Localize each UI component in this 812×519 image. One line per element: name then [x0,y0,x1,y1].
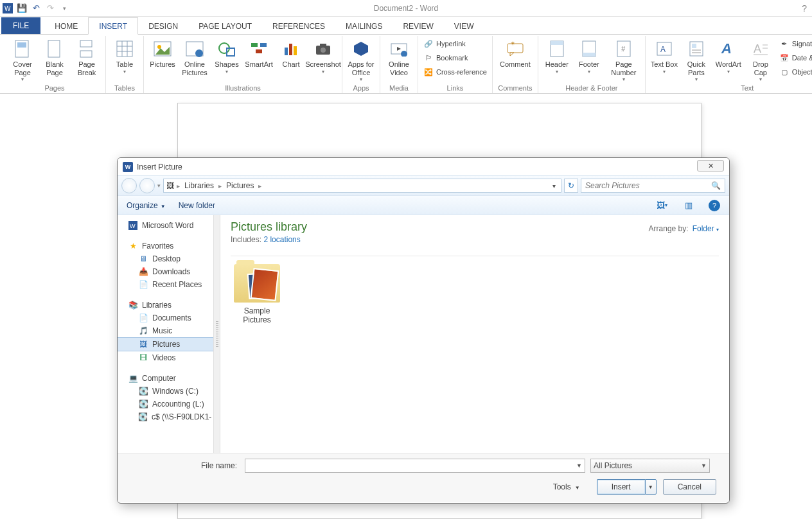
cover-page-button[interactable]: Cover Page▾ [8,37,37,84]
tree-computer[interactable]: 💻Computer [118,372,213,385]
tree-desktop[interactable]: 🖥Desktop [118,252,213,265]
music-icon: 🎵 [138,326,148,336]
smartart-button[interactable]: SmartArt [244,37,274,70]
tree-music[interactable]: 🎵Music [118,324,213,337]
save-icon[interactable]: 💾 [17,3,27,13]
table-button[interactable]: Table▾ [110,37,139,76]
apps-for-office-button[interactable]: Apps for Office▾ [346,37,376,84]
quick-parts-button[interactable]: Quick Parts▾ [682,37,711,84]
insert-dropdown[interactable]: ▼ [645,479,657,495]
tree-splitter[interactable] [214,215,220,453]
file-filter-combo[interactable]: All Pictures▼ [590,459,710,473]
refresh-button[interactable]: ↻ [564,179,578,193]
date-time-button[interactable]: 📅Date & Time [778,51,812,64]
text-box-button[interactable]: AText Box▾ [649,37,679,76]
tab-references[interactable]: REFERENCES [262,18,335,34]
tree-cshare[interactable]: 💽c$ (\\S-F90LDK1- [118,410,213,423]
svg-rect-26 [320,44,326,46]
shapes-button[interactable]: Shapes▾ [212,37,242,76]
insert-button[interactable]: Insert [597,479,645,495]
svg-text:✶: ✶ [510,41,515,47]
group-apps: Apps for Office▾ Apps [342,36,380,93]
breadcrumb-pictures[interactable]: Pictures [224,181,256,190]
undo-icon[interactable]: ↶ [31,3,41,13]
tree-accounting-l[interactable]: 💽Accounting (L:) [118,398,213,410]
svg-text:A: A [721,40,732,57]
folder-tree[interactable]: WMicrosoft Word ★Favorites 🖥Desktop 📥Dow… [118,215,214,453]
comment-button[interactable]: ✶Comment [497,37,534,70]
group-tables: Table▾ Tables [106,36,144,93]
tree-videos[interactable]: 🎞Videos [118,351,213,364]
view-options-button[interactable]: 🖼 ▾ [655,199,669,212]
insert-split-button[interactable]: Insert ▼ [597,479,657,495]
organize-button[interactable]: Organize▼ [127,201,166,210]
footer-button[interactable]: Footer▾ [574,37,604,76]
svg-text:W: W [130,223,136,229]
dialog-help-button[interactable]: ? [709,200,720,211]
bookmark-button[interactable]: 🏳Bookmark [422,51,488,64]
tab-file[interactable]: FILE [1,17,40,34]
nav-back-button[interactable] [121,178,137,193]
qat-customize-icon[interactable]: ▾ [59,3,69,13]
breadcrumb-libraries[interactable]: Libraries [182,181,216,190]
group-label-media: Media [389,84,409,93]
cancel-button[interactable]: Cancel [663,479,716,495]
tree-msword[interactable]: WMicrosoft Word [118,219,213,232]
breadcrumb-sep-icon[interactable]: ▸ [258,182,261,189]
arrange-by-dropdown[interactable]: Folder ▾ [693,224,719,233]
search-box[interactable]: 🔍 [581,179,725,193]
tree-libraries[interactable]: 📚Libraries [118,299,213,312]
redo-icon[interactable]: ↷ [45,3,55,13]
wordart-button[interactable]: AWordArt▾ [714,37,743,76]
pictures-button[interactable]: Pictures [148,37,177,70]
tab-view[interactable]: VIEW [444,18,484,34]
locations-link[interactable]: 2 locations [263,235,300,244]
hyperlink-button[interactable]: 🔗Hyperlink [422,37,488,50]
group-label-tables: Tables [114,84,135,93]
breadcrumb-dropdown-icon[interactable]: ▾ [552,182,556,189]
object-button[interactable]: ▢Object▾ [778,66,812,78]
search-icon[interactable]: 🔍 [711,181,721,190]
tree-recent[interactable]: 📄Recent Places [118,278,213,291]
dialog-titlebar[interactable]: W Insert Picture ✕ [118,158,729,175]
dialog-close-button[interactable]: ✕ [697,160,724,172]
cross-reference-button[interactable]: 🔀Cross-reference [422,66,488,78]
header-button[interactable]: Header▾ [542,37,572,76]
tab-insert[interactable]: INSERT [88,17,138,35]
insert-picture-dialog: W Insert Picture ✕ ▾ 🖼 ▸ Libraries ▸ Pic… [117,157,730,504]
tab-review[interactable]: REVIEW [393,18,443,34]
tree-windows-c[interactable]: 💽Windows (C:) [118,385,213,398]
new-folder-button[interactable]: New folder [179,201,215,210]
tab-page-layout[interactable]: PAGE LAYOUT [188,18,262,34]
page-number-button[interactable]: #Page Number▾ [606,37,641,84]
blank-page-button[interactable]: Blank Page [40,37,69,78]
breadcrumb-sep-icon[interactable]: ▸ [177,182,180,189]
drop-cap-button[interactable]: ADrop Cap▾ [746,37,775,84]
search-input[interactable] [585,181,711,190]
breadcrumb-sep-icon[interactable]: ▸ [218,182,222,189]
nav-forward-button[interactable] [139,178,155,193]
online-pictures-button[interactable]: Online Pictures [180,37,209,78]
tab-home[interactable]: HOME [44,18,88,34]
tab-mailings[interactable]: MAILINGS [335,18,393,34]
tree-pictures[interactable]: 🖼Pictures [118,337,213,351]
tree-favorites[interactable]: ★Favorites [118,240,213,252]
online-video-button[interactable]: Online Video [384,37,414,78]
preview-pane-button[interactable]: ▥ [682,199,696,212]
chart-button[interactable]: Chart [276,37,306,70]
signature-line-button[interactable]: ✒Signature Line▾ [778,37,812,50]
screenshot-button[interactable]: Screenshot▾ [308,37,338,76]
help-icon[interactable]: ? [802,3,807,13]
tree-documents[interactable]: 📄Documents [118,312,213,324]
group-pages: Cover Page▾ Blank Page Page Break Pages [4,36,106,93]
nav-history-dropdown[interactable]: ▾ [157,182,161,189]
tab-design[interactable]: DESIGN [138,18,188,34]
tree-downloads[interactable]: 📥Downloads [118,265,213,278]
folder-item-sample-pictures[interactable]: Sample Pictures [231,264,283,324]
tools-dropdown[interactable]: Tools▼ [553,482,580,491]
page-break-button[interactable]: Page Break [72,37,102,78]
breadcrumb[interactable]: 🖼 ▸ Libraries ▸ Pictures ▸ ▾ [163,179,561,193]
drive-icon: 💽 [138,386,148,396]
folder-content[interactable]: Pictures library Includes: 2 locations A… [220,215,729,453]
filename-combo[interactable]: ▼ [245,459,585,473]
